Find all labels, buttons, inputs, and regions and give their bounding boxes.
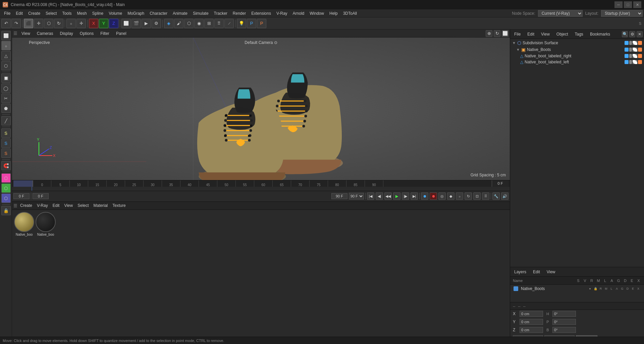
menu-simulate[interactable]: Simulate [190,10,211,16]
tool-s3[interactable]: S [1,149,11,158]
menu-window[interactable]: Window [307,10,327,16]
undo-button[interactable]: ↶ [1,19,11,28]
prev-frame-button[interactable]: ◀| [376,192,383,200]
scale-tool-button[interactable]: ⬡ [44,19,53,28]
node-space-dropdown[interactable]: Current (V-Ray) [538,10,583,17]
expand-subdiv-icon[interactable]: ▼ [512,41,516,45]
expand-boots-icon[interactable]: ▼ [516,48,520,52]
maximize-button[interactable]: □ [624,1,632,8]
tool-layer-3[interactable]: ⬡ [1,193,11,203]
select-tool-button[interactable]: ⬛ [24,19,33,28]
coord-z-pos[interactable] [520,327,543,333]
menu-mograph[interactable]: MoGraph [125,10,147,16]
snap-button[interactable]: ✛ [76,19,86,28]
menu-render[interactable]: Render [230,10,249,16]
tool-edge-cut[interactable]: ✂ [1,94,11,103]
render-settings-button[interactable]: ⚙ [152,19,161,28]
render-preview-button[interactable]: 🎬 [131,19,141,28]
menu-tracker[interactable]: Tracker [211,10,230,16]
tool-line[interactable]: ╱ [1,116,11,125]
scale-key-btn[interactable]: ⊡ [473,192,481,200]
material-item-2[interactable]: Native_boo [36,212,56,236]
tool-s1[interactable]: S [1,128,11,138]
coord-h-rot[interactable] [552,311,576,317]
tool-lock[interactable]: 🔒 [1,206,11,215]
transform-button[interactable]: ⬦ [66,19,76,28]
rotate-tool-button[interactable]: ↻ [54,19,63,28]
tool-points-mode[interactable]: ⬦ [1,41,11,50]
tool-knife[interactable]: ⬟ [1,104,11,113]
python2-button[interactable]: P [257,19,266,28]
object-item-left-boot[interactable]: △ Native_boot_labeled_left [511,59,643,65]
viewport-panel-menu[interactable]: Panel [113,31,129,37]
viewport-cameras-menu[interactable]: Cameras [34,31,56,37]
obj-close-btn[interactable]: ✕ [637,31,643,37]
view-edges-button[interactable]: ⟋ [224,19,234,28]
viewport-move-btn[interactable]: ⊕ [486,30,492,37]
coord-b-rot[interactable] [552,327,576,333]
param-key-btn[interactable]: ⠿ [482,192,489,200]
menu-tools[interactable]: Tools [59,10,74,16]
view-points-button[interactable]: ⠿ [214,19,224,28]
mat-vray-menu[interactable]: V-Ray [35,203,50,209]
viewport-view-menu[interactable]: View [19,31,33,37]
menu-vray[interactable]: V-Ray [274,10,290,16]
auto-key-btn[interactable]: ⏺ [430,192,437,200]
obj-bookmarks-menu[interactable]: Bookmarks [587,31,613,37]
render-button[interactable]: ▶ [142,19,151,28]
start-frame-input[interactable] [13,193,30,199]
key-btn[interactable]: ◆ [447,192,454,200]
menu-3dtoall[interactable]: 3DToAll [340,10,360,16]
menu-select[interactable]: Select [43,10,59,16]
menu-animate[interactable]: Animate [170,10,190,16]
mat-view-menu[interactable]: View [62,203,75,209]
view-solid-button[interactable]: ◉ [194,19,204,28]
rot-key-btn[interactable]: ↻ [465,192,472,200]
coord-y-pos[interactable] [520,319,543,325]
obj-object-menu[interactable]: Object [554,31,571,37]
object-item-right-boot[interactable]: △ Native_boot_labeled_right [511,53,643,59]
menu-help[interactable]: Help [327,10,340,16]
mat-create-menu[interactable]: Create [18,203,34,209]
pos-key-btn[interactable]: ⬦ [456,192,463,200]
tool-poly-mode[interactable]: ⬡ [1,61,11,70]
record-btn[interactable]: ⏺ [421,192,428,200]
move-tool-button[interactable]: ✛ [34,19,43,28]
object-item-subdivision[interactable]: ▼ ⬡ Subdivision Surface [511,40,643,46]
obj-file-menu[interactable]: File [512,31,523,37]
viewport-options-menu[interactable]: Options [77,31,96,37]
layers-menu-view[interactable]: View [544,269,558,275]
goto-start-button[interactable]: |◀ [367,192,374,200]
viewport-menu-icon[interactable]: ☰ [13,31,17,36]
viewport-maximize-btn[interactable]: ⬜ [502,30,508,37]
tool-layer-1[interactable]: ⬡ [1,173,11,183]
coord-x-pos[interactable] [520,311,543,317]
redo-button[interactable]: ↷ [11,19,21,28]
viewport-display-menu[interactable]: Display [57,31,75,37]
layout-dropdown[interactable]: Startup (User) [601,10,643,17]
tool-s2[interactable]: S [1,138,11,148]
mat-select-menu[interactable]: Select [75,203,91,209]
current-frame-input[interactable] [33,193,49,199]
layers-menu-layers[interactable]: Layers [512,269,529,275]
audio-btn[interactable]: 🔊 [501,192,508,200]
filter-icon[interactable]: ⚙ [629,31,635,37]
obj-tags-menu[interactable]: Tags [572,31,586,37]
menu-file[interactable]: File [1,10,13,16]
viewport-rotate-btn[interactable]: ↻ [494,30,500,37]
end-frame-input1[interactable] [331,193,347,199]
mat-material-menu[interactable]: Material [92,203,110,209]
play-reverse-button[interactable]: ◀◀ [384,192,392,200]
x-axis-button[interactable]: X [89,19,98,28]
y-axis-button[interactable]: Y [99,19,108,28]
play-button[interactable]: ▶ [393,192,400,200]
layers-menu-edit[interactable]: Edit [530,269,543,275]
tool-live-selection[interactable]: 🔲 [1,73,11,83]
menu-edit[interactable]: Edit [13,10,25,16]
menu-create[interactable]: Create [25,10,43,16]
menu-mesh[interactable]: Mesh [74,10,89,16]
material-item-1[interactable]: Native_boo [14,212,34,236]
view-paint-button[interactable]: 🖌 [174,19,183,28]
tool-magnet[interactable]: 🧲 [1,161,11,170]
menu-arnold[interactable]: Arnold [290,10,307,16]
